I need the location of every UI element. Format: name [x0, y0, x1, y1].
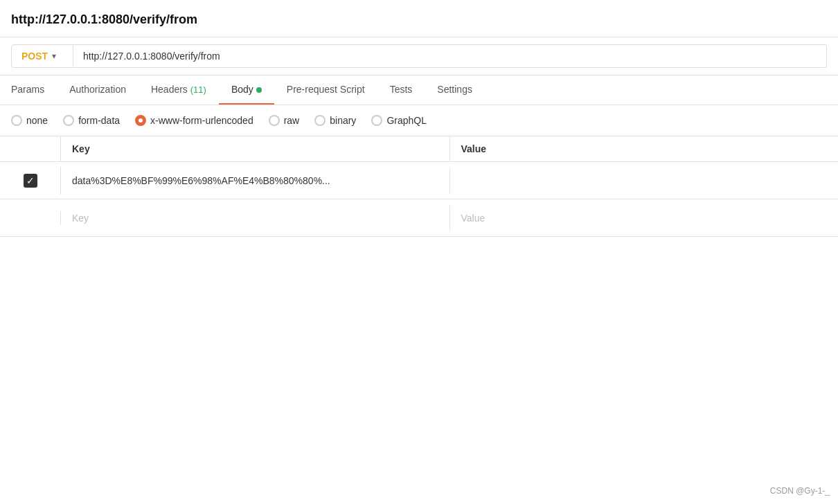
tab-pre-request-script[interactable]: Pre-request Script [274, 75, 377, 105]
tab-authorization[interactable]: Authorization [57, 75, 139, 105]
row-checkbox[interactable]: ✓ [0, 167, 61, 195]
tab-tests[interactable]: Tests [377, 75, 425, 105]
radio-option-form-data[interactable]: form-data [63, 115, 120, 126]
radio-label-x-www-form-urlencoded: x-www-form-urlencoded [150, 115, 253, 126]
radio-option-binary[interactable]: binary [314, 115, 356, 126]
tab-headers[interactable]: Headers (11) [139, 75, 219, 105]
radio-label-binary: binary [330, 115, 356, 126]
table-container: Key Value ✓data%3D%E8%BF%99%E6%98%AF%E4%… [0, 136, 838, 237]
row-checkbox[interactable] [0, 211, 61, 225]
radio-circle-graphql [371, 115, 382, 126]
chevron-down-icon: ▾ [52, 51, 56, 61]
page-title: http://127.0.0.1:8080/verify/from [0, 0, 838, 37]
radio-label-raw: raw [284, 115, 300, 126]
tab-body[interactable]: Body [219, 75, 274, 105]
url-bar: POST ▾ [0, 37, 838, 75]
tab-settings[interactable]: Settings [425, 75, 485, 105]
radio-label-form-data: form-data [78, 115, 120, 126]
radio-circle-form-data [63, 115, 74, 126]
radio-option-raw[interactable]: raw [269, 115, 300, 126]
url-input[interactable] [73, 44, 827, 68]
radio-option-x-www-form-urlencoded[interactable]: x-www-form-urlencoded [135, 115, 253, 126]
col-key-header: Key [61, 136, 450, 161]
radio-circle-raw [269, 115, 280, 126]
row-value-cell[interactable] [450, 174, 839, 188]
radio-option-graphql[interactable]: GraphQL [371, 115, 427, 126]
checkbox-checked-icon: ✓ [24, 174, 37, 188]
radio-circle-binary [314, 115, 326, 126]
row-value-cell[interactable]: Value [450, 206, 839, 231]
radio-circle-x-www-form-urlencoded [135, 115, 146, 126]
radio-circle-none [11, 115, 22, 126]
method-selector[interactable]: POST ▾ [11, 44, 73, 68]
tab-params[interactable]: Params [11, 75, 57, 105]
radio-label-graphql: GraphQL [386, 115, 427, 126]
body-options: noneform-datax-www-form-urlencodedrawbin… [0, 105, 838, 136]
table-row: KeyValue [0, 199, 838, 237]
col-value-header: Value [450, 136, 839, 161]
tabs-bar: ParamsAuthorizationHeaders (11)BodyPre-r… [0, 75, 838, 105]
row-key-cell[interactable]: Key [61, 206, 450, 231]
radio-option-none[interactable]: none [11, 115, 48, 126]
table-row: ✓data%3D%E8%BF%99%E6%98%AF%E4%B8%80%80%.… [0, 162, 838, 199]
method-label: POST [21, 51, 48, 62]
radio-label-none: none [26, 115, 48, 126]
col-check-header [0, 136, 61, 161]
table-header: Key Value [0, 136, 838, 162]
row-key-cell[interactable]: data%3D%E8%BF%99%E6%98%AF%E4%B8%80%80%..… [61, 168, 450, 193]
